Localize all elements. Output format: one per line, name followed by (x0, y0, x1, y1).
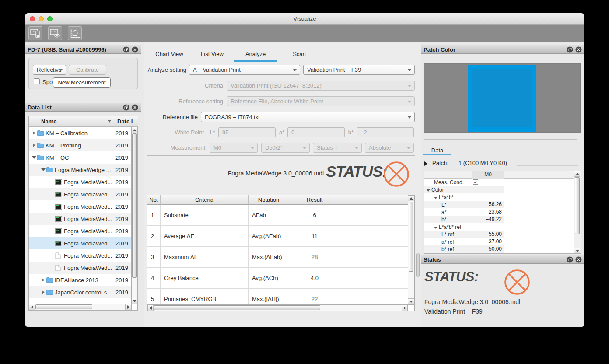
white-point-b-input[interactable]: –2 (357, 127, 414, 137)
patch-table-row[interactable]: a*–23.68 (424, 208, 575, 216)
close-panel-icon[interactable] (132, 104, 138, 111)
scroll-thumb[interactable] (575, 177, 580, 234)
scroll-thumb[interactable] (35, 304, 92, 309)
results-vertical-scrollbar[interactable] (408, 195, 414, 304)
close-panel-icon[interactable] (575, 256, 582, 263)
scroll-up-button[interactable] (132, 127, 137, 133)
data-list-row[interactable]: Fogra MediaWed...2019 (29, 249, 131, 262)
scroll-thumb[interactable] (409, 202, 413, 272)
scroll-thumb[interactable] (132, 133, 137, 278)
scroll-down-button[interactable] (408, 298, 414, 304)
reference-file-dropdown[interactable]: FOGRA39 – IT874.txt (201, 112, 415, 122)
analyze-setting-dropdown[interactable]: A – Validation Print (189, 65, 300, 75)
data-list-row[interactable]: JapanColor control s...2019 (29, 286, 131, 298)
results-table-row[interactable]: 2Average ΔEAvg.(ΔEab)11 (147, 226, 414, 247)
data-list-row[interactable]: Fogra MediaWed...2019 (29, 200, 131, 213)
undock-panel-icon[interactable] (123, 104, 130, 111)
expand-arrow-icon[interactable] (41, 290, 46, 294)
col-notation[interactable]: Notation (248, 195, 289, 205)
measurement-mode-dropdown[interactable]: Reflective (33, 65, 66, 75)
data-list-row[interactable]: KM – Calibration2019 (29, 127, 131, 139)
measurement-condition-dropdown[interactable]: M0 (210, 143, 258, 153)
view-data-button[interactable] (48, 26, 62, 40)
scroll-down-button[interactable] (132, 298, 137, 304)
results-table-row[interactable]: 1SubstrateΔEab6 (147, 205, 414, 226)
data-list-column-header[interactable]: Name Date L (29, 116, 138, 127)
patch-table-row[interactable]: L* ref55.00 (424, 231, 575, 238)
patch-table-row[interactable]: Color (424, 186, 575, 193)
tab-scan[interactable]: Scan (277, 48, 321, 62)
criteria-dropdown[interactable]: Validation Print (ISO 12647–8:2012) (227, 80, 415, 91)
patch-table-row[interactable]: b* ref–50.00 (424, 245, 575, 253)
col-truncated[interactable] (340, 195, 414, 205)
meas-cond-checkbox[interactable]: ✓ (473, 179, 478, 185)
measure-tool-button[interactable] (28, 26, 42, 40)
scroll-right-button[interactable] (402, 305, 407, 311)
expand-arrow-icon[interactable] (41, 168, 46, 171)
name-column-header[interactable]: Name (41, 116, 56, 126)
m0-column-header[interactable]: M0 (472, 171, 504, 178)
gamut-chart-button[interactable] (68, 26, 82, 40)
tab-list-view[interactable]: List View (190, 48, 234, 62)
patch-table-row[interactable]: L*56.26 (424, 201, 575, 208)
data-list-row[interactable]: Fogra MediaWed...2019 (29, 225, 131, 237)
data-list-vertical-scrollbar[interactable] (131, 127, 138, 304)
scroll-right-button[interactable] (125, 304, 131, 310)
density-status-dropdown[interactable]: Status T (313, 143, 362, 153)
expand-arrow-icon[interactable] (32, 144, 37, 147)
spot-checkbox[interactable] (34, 78, 40, 84)
data-list-row[interactable]: Fogra MediaWedge ...2019 (29, 164, 131, 176)
results-table-row[interactable]: 3Maximum ΔEMax.(ΔEab)28 (147, 247, 414, 268)
scroll-left-button[interactable] (29, 304, 35, 310)
white-point-l-input[interactable]: 95 (218, 127, 276, 137)
results-table-row[interactable]: 4Grey BalanceAvg.(ΔCh)4.0 (147, 268, 414, 289)
patch-table-row[interactable]: b*–49.22 (424, 216, 575, 223)
col-criteria[interactable]: Criteria (161, 195, 248, 205)
patch-table-row[interactable]: L*a*b* ref (424, 223, 575, 231)
expand-arrow-icon[interactable] (32, 156, 37, 159)
scroll-left-button[interactable] (148, 305, 154, 311)
data-list-row[interactable]: KM – QC2019 (29, 151, 131, 164)
panel-splitter-handle[interactable] (416, 253, 420, 277)
data-list-row[interactable]: Fogra MediaWed...2019 (29, 213, 131, 225)
expand-arrow-icon[interactable] (41, 278, 46, 282)
scroll-thumb[interactable] (154, 305, 320, 310)
data-list-row[interactable]: IDEAlliance 20132019 (29, 274, 131, 286)
reference-setting-dropdown[interactable]: Reference File, Absolute White Point (227, 96, 415, 106)
undock-panel-icon[interactable] (567, 256, 573, 263)
white-point-a-input[interactable]: 0 (287, 127, 345, 137)
close-panel-icon[interactable] (575, 46, 582, 53)
patch-table-row[interactable]: L*a*b* (424, 193, 575, 201)
patch-table-vertical-scrollbar[interactable] (574, 171, 581, 253)
expand-arrow-icon[interactable] (424, 161, 430, 166)
data-list-row[interactable]: Fogra MediaWed...2019 (29, 188, 131, 200)
data-list-row[interactable]: KM – Profiling2019 (29, 139, 131, 151)
patch-selector-row[interactable]: Patch: 1 (C100 M0 Y0 K0) (424, 160, 578, 167)
analyze-setting-2-dropdown[interactable]: Validation Print – F39 (303, 65, 415, 75)
undock-panel-icon[interactable] (123, 46, 130, 53)
data-list-row[interactable]: Fogra MediaWed...2019 (29, 262, 131, 274)
date-column-header[interactable]: Date L (117, 116, 135, 126)
tab-chart-view[interactable]: Chart View (147, 48, 191, 62)
illuminant-observer-dropdown[interactable]: D50/2° (261, 143, 310, 153)
expand-arrow-icon[interactable] (32, 131, 37, 135)
patch-table-row[interactable]: a* ref–37.00 (424, 238, 575, 245)
expand-arrow-icon[interactable] (434, 197, 438, 201)
scroll-up-button[interactable] (574, 171, 580, 177)
close-panel-icon[interactable] (132, 46, 138, 53)
col-no[interactable]: No. (147, 195, 161, 205)
data-list-row[interactable]: Fogra MediaWed...2019 (29, 237, 131, 249)
scroll-down-button[interactable] (574, 248, 580, 253)
data-list-horizontal-scrollbar[interactable] (29, 304, 131, 310)
column-divider[interactable] (115, 117, 115, 126)
patch-table-row[interactable]: Meas. Cond.✓ (424, 178, 575, 186)
expand-arrow-icon[interactable] (434, 227, 438, 231)
col-result[interactable]: Result (289, 195, 340, 205)
undock-panel-icon[interactable] (567, 46, 573, 53)
data-list-row[interactable]: Fogra MediaWed...2019 (29, 176, 131, 188)
new-measurement-button[interactable]: New Measurement (53, 77, 111, 88)
density-mode-dropdown[interactable]: Absolute (365, 143, 414, 153)
tab-analyze[interactable]: Analyze (234, 48, 277, 62)
expand-arrow-icon[interactable] (427, 189, 430, 193)
results-horizontal-scrollbar[interactable] (147, 304, 408, 311)
